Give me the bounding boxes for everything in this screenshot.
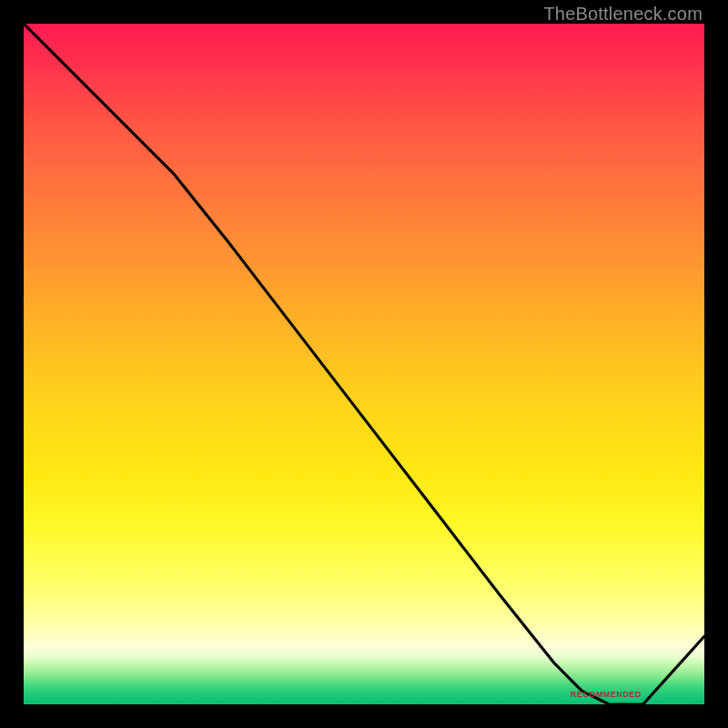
chart-frame: RECOMMENDED	[22, 22, 706, 706]
recommended-annotation: RECOMMENDED	[571, 690, 642, 699]
chart-background-gradient	[24, 24, 704, 704]
